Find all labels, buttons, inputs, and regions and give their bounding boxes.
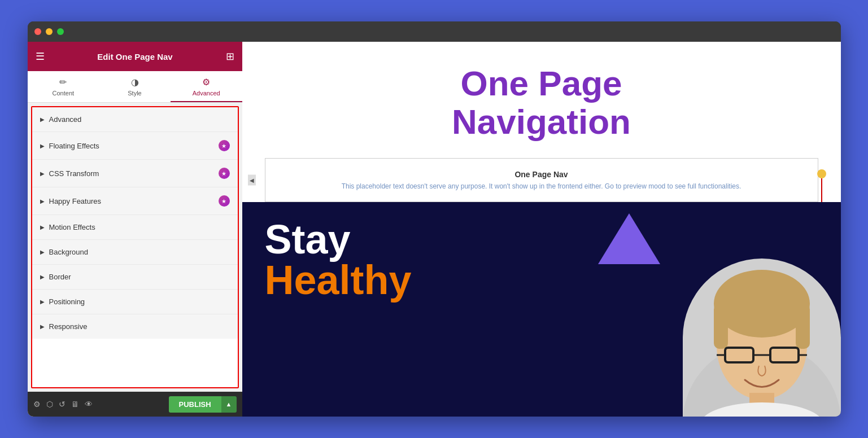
panel-advanced: ▶ Advanced <box>32 107 238 132</box>
panel-floating-header[interactable]: ▶ Floating Effects ★ <box>32 132 238 159</box>
layers-icon[interactable]: ⬡ <box>46 400 53 409</box>
panel-css-label: CSS Transform <box>49 169 99 178</box>
panel-background: ▶ Background <box>32 240 238 265</box>
minimize-dot[interactable] <box>46 28 53 35</box>
widget-title: One Page Nav <box>277 170 806 179</box>
panel-pos-label: Positioning <box>49 297 85 306</box>
panel-resp-header[interactable]: ▶ Responsive <box>32 314 238 339</box>
panel-css-transform: ▶ CSS Transform ★ <box>32 160 238 187</box>
chevron-right-icon: ▶ <box>40 224 45 230</box>
panel-left: ▶ CSS Transform <box>40 169 99 178</box>
preview-bottom: Stay Healthy <box>242 202 841 417</box>
panel-motion: ▶ Motion Effects <box>32 215 238 240</box>
main-preview: One Page Navigation One Page Nav This pl… <box>242 42 841 417</box>
panel-bg-label: Background <box>49 248 88 256</box>
chevron-right-icon: ▶ <box>40 299 45 305</box>
stay-text: Stay <box>265 219 412 260</box>
sidebar-panels: ▶ Advanced ▶ Floating Effects ★ <box>31 106 239 388</box>
nav-dot-active[interactable] <box>817 169 826 178</box>
svg-rect-3 <box>714 304 728 349</box>
publish-dropdown-button[interactable]: ▲ <box>221 396 237 413</box>
chevron-right-icon: ▶ <box>40 249 45 255</box>
healthy-text: Healthy <box>265 260 412 300</box>
widget-box: One Page Nav This placeholder text doesn… <box>265 158 818 202</box>
tab-advanced[interactable]: ⚙ Advanced <box>171 71 242 102</box>
panel-pos-header[interactable]: ▶ Positioning <box>32 290 238 314</box>
history-icon[interactable]: ↺ <box>59 400 66 409</box>
panel-left: ▶ Motion Effects <box>40 223 95 231</box>
publish-button[interactable]: PUBLISH <box>169 396 221 413</box>
chevron-right-icon: ▶ <box>40 143 45 149</box>
panel-happy-header[interactable]: ▶ Happy Features ★ <box>32 187 238 214</box>
svg-point-2 <box>714 270 810 338</box>
pencil-icon: ✏ <box>59 77 67 87</box>
panel-left: ▶ Happy Features <box>40 197 102 205</box>
desktop-icon[interactable]: 🖥 <box>71 400 79 409</box>
sidebar-title: Edit One Page Nav <box>97 52 172 62</box>
chevron-right-icon: ▶ <box>40 323 45 330</box>
tab-advanced-label: Advanced <box>193 90 220 97</box>
tab-style[interactable]: ◑ Style <box>99 71 171 102</box>
panel-border-label: Border <box>49 273 71 281</box>
panel-border: ▶ Border <box>32 265 238 290</box>
happy-badge: ★ <box>219 195 230 207</box>
person-svg <box>683 259 841 417</box>
title-line1: One Page <box>287 64 796 103</box>
content-area: ☰ Edit One Page Nav ⊞ ✏ Content ◑ Style … <box>28 42 841 417</box>
titlebar <box>28 21 841 42</box>
panel-motion-header[interactable]: ▶ Motion Effects <box>32 215 238 239</box>
panel-happy-label: Happy Features <box>49 197 102 205</box>
person-photo <box>683 259 841 417</box>
panel-resp-label: Responsive <box>49 322 88 331</box>
sidebar-footer: ⚙ ⬡ ↺ 🖥 👁 PUBLISH ▲ <box>28 392 242 417</box>
panel-advanced-label: Advanced <box>49 115 82 124</box>
collapse-button[interactable]: ◀ <box>248 175 256 186</box>
maximize-dot[interactable] <box>57 28 64 35</box>
panel-bg-header[interactable]: ▶ Background <box>32 240 238 264</box>
title-line2: Navigation <box>287 103 796 141</box>
app-window: ☰ Edit One Page Nav ⊞ ✏ Content ◑ Style … <box>28 21 841 417</box>
panel-left: ▶ Floating Effects <box>40 142 99 150</box>
publish-group: PUBLISH ▲ <box>169 396 237 413</box>
chevron-right-icon: ▶ <box>40 170 45 177</box>
close-dot[interactable] <box>34 28 41 35</box>
sidebar-header: ☰ Edit One Page Nav ⊞ <box>28 42 242 71</box>
panel-left: ▶ Responsive <box>40 322 88 331</box>
css-badge: ★ <box>219 168 230 179</box>
sidebar-tabs: ✏ Content ◑ Style ⚙ Advanced <box>28 71 242 103</box>
sidebar: ☰ Edit One Page Nav ⊞ ✏ Content ◑ Style … <box>28 42 242 417</box>
gear-icon: ⚙ <box>202 77 210 87</box>
panel-left: ▶ Border <box>40 273 71 281</box>
panel-left: ▶ Positioning <box>40 297 85 306</box>
panel-left: ▶ Background <box>40 248 88 256</box>
floating-badge: ★ <box>219 140 230 151</box>
style-icon: ◑ <box>131 77 139 87</box>
panel-border-header[interactable]: ▶ Border <box>32 265 238 289</box>
tab-style-label: Style <box>128 90 141 97</box>
panel-responsive: ▶ Responsive <box>32 314 238 339</box>
widget-desc: This placeholder text doesn't serve any … <box>277 182 806 190</box>
chevron-right-icon: ▶ <box>40 198 45 204</box>
grid-icon[interactable]: ⊞ <box>226 50 234 63</box>
panel-floating: ▶ Floating Effects ★ <box>32 132 238 160</box>
panel-left: ▶ Advanced <box>40 115 82 124</box>
panel-happy: ▶ Happy Features ★ <box>32 187 238 215</box>
panel-floating-label: Floating Effects <box>49 142 99 150</box>
chevron-right-icon: ▶ <box>40 274 45 280</box>
panel-advanced-header[interactable]: ▶ Advanced <box>32 107 238 132</box>
svg-rect-4 <box>796 304 810 349</box>
chevron-right-icon: ▶ <box>40 116 45 122</box>
eye-icon[interactable]: 👁 <box>85 400 93 409</box>
triangle-decoration <box>598 213 660 264</box>
hamburger-icon[interactable]: ☰ <box>36 50 45 63</box>
preview-header: One Page Navigation <box>242 42 841 158</box>
settings-icon[interactable]: ⚙ <box>33 400 41 409</box>
stay-healthy-text: Stay Healthy <box>265 219 412 300</box>
panel-css-header[interactable]: ▶ CSS Transform ★ <box>32 160 238 187</box>
panel-positioning: ▶ Positioning <box>32 290 238 314</box>
preview-title: One Page Navigation <box>287 64 796 141</box>
panel-motion-label: Motion Effects <box>49 223 95 231</box>
tab-content[interactable]: ✏ Content <box>28 71 99 102</box>
tab-content-label: Content <box>53 90 75 97</box>
